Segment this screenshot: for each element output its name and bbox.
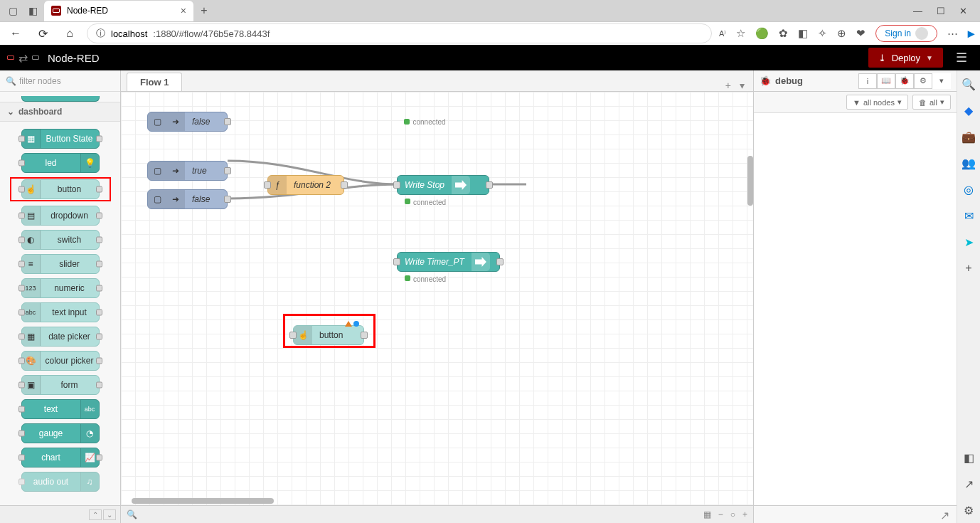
scrollbar-horizontal[interactable]: [132, 498, 274, 504]
zoom-reset-icon[interactable]: ○: [730, 509, 735, 519]
output-port[interactable]: [496, 258, 504, 265]
scrollbar-vertical[interactable]: [747, 156, 753, 206]
refresh-icon[interactable]: ⟳: [33, 23, 53, 43]
palette-node-led[interactable]: led💡: [21, 153, 100, 173]
flow-tab[interactable]: Flow 1: [127, 73, 182, 91]
bing-icon[interactable]: ▸: [968, 26, 974, 41]
flow-menu-icon[interactable]: ▾: [740, 80, 745, 91]
inject-icon[interactable]: ▢: [148, 112, 166, 131]
add-flow-icon[interactable]: +: [725, 80, 731, 91]
output-port[interactable]: [224, 167, 231, 174]
inject-icon[interactable]: ▢: [148, 190, 166, 208]
node-button[interactable]: ☝ button: [293, 325, 364, 345]
palette-node-button-state[interactable]: ▦Button State: [21, 129, 100, 149]
close-window-icon[interactable]: ✕: [959, 6, 967, 16]
palette-node-slider[interactable]: ≡slider: [21, 254, 100, 274]
palette-category-dashboard[interactable]: ⌄ dashboard: [0, 102, 120, 122]
search-icon[interactable]: 🔍: [962, 78, 976, 91]
node-function-2[interactable]: ƒ function 2: [267, 175, 344, 195]
split-icon[interactable]: ◧: [798, 27, 808, 40]
url-field[interactable]: ⓘ localhost:1880/#flow/476b5e78.8443f: [87, 23, 712, 43]
debug-tab-icon[interactable]: 🐞: [895, 73, 914, 89]
favorite-icon[interactable]: ☆: [736, 27, 745, 40]
output-port[interactable]: [224, 196, 231, 203]
navigator-icon[interactable]: ▦: [703, 509, 711, 519]
more-icon[interactable]: ⋯: [947, 27, 958, 40]
palette-scroll[interactable]: ▦Button State led💡 ☝button ▤dropdown ◐sw…: [0, 122, 120, 505]
search-icon[interactable]: 🔍: [127, 509, 137, 519]
favorites-bar-icon[interactable]: ✧: [818, 27, 827, 40]
share-icon[interactable]: ↗: [964, 477, 974, 491]
menu-icon[interactable]: ☰: [950, 48, 973, 68]
palette-node-button[interactable]: ☝button: [21, 179, 100, 199]
node-inject-false-top[interactable]: ▢ ➜ false: [147, 112, 228, 132]
palette-node-form[interactable]: ▣form: [21, 375, 100, 395]
node-inject-false[interactable]: ▢ ➜ false: [147, 189, 228, 209]
node-write-timer[interactable]: Write Timer_PT connected: [397, 252, 500, 272]
palette-node-text[interactable]: textabc: [21, 399, 100, 419]
tools-icon[interactable]: 💼: [962, 130, 976, 144]
input-port[interactable]: [393, 181, 400, 189]
zoom-out-icon[interactable]: −: [718, 509, 723, 519]
open-window-icon[interactable]: ↗: [940, 509, 949, 520]
node-write-stop[interactable]: Write Stop connected: [397, 175, 489, 195]
maximize-icon[interactable]: ☐: [937, 6, 945, 16]
palette-node-numeric[interactable]: 123numeric: [21, 278, 100, 298]
clear-filter-button[interactable]: 🗑 all ▾: [912, 95, 951, 110]
palette-node-text-input[interactable]: abctext input: [21, 302, 100, 322]
gauge-icon: ◔: [80, 424, 99, 443]
minimize-icon[interactable]: ―: [913, 6, 922, 16]
input-port[interactable]: [393, 258, 400, 265]
read-aloud-icon[interactable]: A⁾: [719, 29, 726, 38]
close-icon[interactable]: ×: [181, 5, 186, 16]
palette-node-dropdown[interactable]: ▤dropdown: [21, 206, 100, 226]
outlook-icon[interactable]: ✉: [964, 209, 974, 223]
output-port[interactable]: [224, 118, 231, 125]
arrow-icon: ➜: [166, 112, 185, 131]
palette-node-audio-out[interactable]: audio out♫: [21, 472, 100, 492]
node-inject-true[interactable]: ▢ ➜ true: [147, 161, 228, 181]
zoom-in-icon[interactable]: +: [742, 509, 747, 519]
back-icon[interactable]: ←: [6, 23, 26, 43]
collapse-icon[interactable]: ⌃: [89, 509, 102, 520]
filter-nodes-button[interactable]: ▼ all nodes ▾: [846, 95, 908, 110]
home-icon[interactable]: ⌂: [60, 23, 80, 43]
new-tab-button[interactable]: +: [196, 3, 212, 19]
output-port[interactable]: [341, 181, 348, 189]
palette-node-switch[interactable]: ◐switch: [21, 230, 100, 250]
help-tab-icon[interactable]: 📖: [877, 73, 895, 89]
palette-node-colour-picker[interactable]: 🎨colour picker: [21, 351, 100, 371]
palette-filter[interactable]: 🔍 filter nodes: [0, 70, 120, 92]
performance-icon[interactable]: ❤: [856, 27, 866, 40]
input-port[interactable]: [289, 332, 297, 339]
debug-messages[interactable]: [754, 113, 957, 505]
canvas[interactable]: ▢ ➜ false ▢ ➜ true ▢ ➜ false ƒ function: [121, 92, 753, 505]
sidebar-menu-icon[interactable]: ▾: [932, 73, 951, 89]
people-icon[interactable]: 👥: [962, 157, 976, 170]
settings-icon[interactable]: ⚙: [964, 504, 974, 517]
tab-aside-icon[interactable]: ◧: [24, 2, 41, 19]
collections-icon[interactable]: ⊕: [837, 27, 846, 40]
send-icon[interactable]: ➤: [964, 236, 974, 249]
output-port[interactable]: [486, 181, 493, 189]
inject-icon[interactable]: ▢: [148, 162, 166, 180]
deploy-button[interactable]: ⤓ Deploy ▼: [868, 48, 943, 68]
palette-node-chart[interactable]: chart📈: [21, 448, 100, 467]
browser-tab[interactable]: Node-RED ×: [44, 1, 193, 21]
add-icon[interactable]: +: [965, 262, 971, 275]
layout-icon[interactable]: ◧: [964, 451, 974, 465]
expand-icon[interactable]: ⌄: [103, 509, 116, 520]
input-port[interactable]: [264, 181, 271, 189]
signin-button[interactable]: Sign in: [875, 25, 937, 42]
tab-overview-icon[interactable]: ▢: [4, 2, 21, 19]
info-tab-icon[interactable]: i: [858, 73, 877, 89]
shopping-icon[interactable]: ◆: [964, 104, 973, 117]
config-tab-icon[interactable]: ⚙: [914, 73, 932, 89]
extension-icon[interactable]: ✿: [779, 27, 788, 40]
palette-node-date-picker[interactable]: ▦date picker: [21, 327, 100, 347]
chevron-down-icon[interactable]: ▼: [926, 54, 933, 62]
copilot-icon[interactable]: ◎: [964, 183, 974, 196]
palette-node-gauge[interactable]: gauge◔: [21, 423, 100, 443]
output-port[interactable]: [361, 332, 368, 339]
idm-icon[interactable]: 🟢: [755, 27, 769, 40]
